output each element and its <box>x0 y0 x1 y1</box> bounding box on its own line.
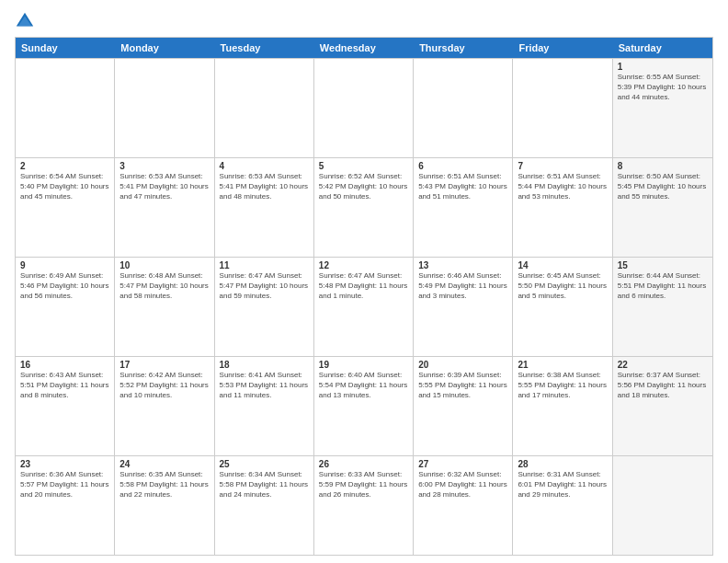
day-number: 16 <box>20 360 109 370</box>
weekday-header-monday: Monday <box>115 38 214 58</box>
cell-text: Sunrise: 6:32 AM Sunset: 6:00 PM Dayligh… <box>418 470 507 500</box>
day-number: 28 <box>518 459 607 469</box>
cal-cell-r1-c6: 8Sunrise: 6:50 AM Sunset: 5:45 PM Daylig… <box>613 158 712 257</box>
cal-cell-r1-c0: 2Sunrise: 6:54 AM Sunset: 5:40 PM Daylig… <box>16 158 115 257</box>
day-number: 20 <box>418 360 507 370</box>
calendar-row-2: 9Sunrise: 6:49 AM Sunset: 5:46 PM Daylig… <box>16 257 712 356</box>
day-number: 22 <box>618 360 708 370</box>
day-number: 9 <box>20 260 109 270</box>
day-number: 19 <box>319 360 408 370</box>
cell-text: Sunrise: 6:40 AM Sunset: 5:54 PM Dayligh… <box>319 371 408 400</box>
cal-cell-r3-c6: 22Sunrise: 6:37 AM Sunset: 5:56 PM Dayli… <box>613 357 712 455</box>
cal-cell-r2-c2: 11Sunrise: 6:47 AM Sunset: 5:47 PM Dayli… <box>215 258 314 356</box>
cal-cell-r1-c4: 6Sunrise: 6:51 AM Sunset: 5:43 PM Daylig… <box>414 158 513 257</box>
calendar-row-3: 16Sunrise: 6:43 AM Sunset: 5:51 PM Dayli… <box>16 356 712 455</box>
cal-cell-r0-c3 <box>314 59 414 157</box>
day-number: 17 <box>119 360 209 370</box>
cal-cell-r4-c5: 28Sunrise: 6:31 AM Sunset: 6:01 PM Dayli… <box>513 456 612 555</box>
cal-cell-r2-c5: 14Sunrise: 6:45 AM Sunset: 5:50 PM Dayli… <box>513 258 612 356</box>
cell-text: Sunrise: 6:53 AM Sunset: 5:41 PM Dayligh… <box>119 172 209 201</box>
day-number: 24 <box>119 459 209 469</box>
day-number: 1 <box>618 62 708 72</box>
day-number: 8 <box>618 161 708 171</box>
cell-text: Sunrise: 6:45 AM Sunset: 5:50 PM Dayligh… <box>518 271 607 301</box>
cell-text: Sunrise: 6:51 AM Sunset: 5:44 PM Dayligh… <box>518 172 607 201</box>
day-number: 21 <box>518 360 607 370</box>
cal-cell-r2-c6: 15Sunrise: 6:44 AM Sunset: 5:51 PM Dayli… <box>613 258 712 356</box>
cell-text: Sunrise: 6:34 AM Sunset: 5:58 PM Dayligh… <box>220 470 309 500</box>
cal-cell-r4-c1: 24Sunrise: 6:35 AM Sunset: 5:58 PM Dayli… <box>115 456 214 555</box>
cal-cell-r0-c2 <box>215 59 314 157</box>
cell-text: Sunrise: 6:53 AM Sunset: 5:41 PM Dayligh… <box>220 172 309 201</box>
calendar-header: SundayMondayTuesdayWednesdayThursdayFrid… <box>16 38 712 58</box>
day-number: 6 <box>418 161 507 171</box>
day-number: 3 <box>119 161 209 171</box>
calendar-row-1: 2Sunrise: 6:54 AM Sunset: 5:40 PM Daylig… <box>16 157 712 257</box>
weekday-header-tuesday: Tuesday <box>215 38 314 58</box>
cell-text: Sunrise: 6:36 AM Sunset: 5:57 PM Dayligh… <box>20 470 109 500</box>
cell-text: Sunrise: 6:41 AM Sunset: 5:53 PM Dayligh… <box>220 371 309 400</box>
top-section <box>15 11 713 31</box>
day-number: 5 <box>319 161 408 171</box>
cell-text: Sunrise: 6:43 AM Sunset: 5:51 PM Dayligh… <box>20 371 109 400</box>
cell-text: Sunrise: 6:54 AM Sunset: 5:40 PM Dayligh… <box>20 172 109 201</box>
cal-cell-r3-c1: 17Sunrise: 6:42 AM Sunset: 5:52 PM Dayli… <box>115 357 214 455</box>
day-number: 13 <box>418 260 507 270</box>
weekday-header-thursday: Thursday <box>414 38 513 58</box>
calendar-row-0: 1Sunrise: 6:55 AM Sunset: 5:39 PM Daylig… <box>16 58 712 157</box>
cal-cell-r4-c0: 23Sunrise: 6:36 AM Sunset: 5:57 PM Dayli… <box>16 456 115 555</box>
cal-cell-r2-c4: 13Sunrise: 6:46 AM Sunset: 5:49 PM Dayli… <box>414 258 513 356</box>
cal-cell-r3-c4: 20Sunrise: 6:39 AM Sunset: 5:55 PM Dayli… <box>414 357 513 455</box>
calendar-body: 1Sunrise: 6:55 AM Sunset: 5:39 PM Daylig… <box>16 58 712 555</box>
day-number: 14 <box>518 260 607 270</box>
day-number: 18 <box>220 360 309 370</box>
day-number: 4 <box>220 161 309 171</box>
page: SundayMondayTuesdayWednesdayThursdayFrid… <box>0 0 728 563</box>
cal-cell-r4-c3: 26Sunrise: 6:33 AM Sunset: 5:59 PM Dayli… <box>314 456 414 555</box>
cell-text: Sunrise: 6:55 AM Sunset: 5:39 PM Dayligh… <box>618 73 708 102</box>
weekday-header-wednesday: Wednesday <box>314 38 414 58</box>
day-number: 25 <box>220 459 309 469</box>
cell-text: Sunrise: 6:48 AM Sunset: 5:47 PM Dayligh… <box>119 271 209 301</box>
cell-text: Sunrise: 6:33 AM Sunset: 5:59 PM Dayligh… <box>319 470 408 500</box>
calendar-row-4: 23Sunrise: 6:36 AM Sunset: 5:57 PM Dayli… <box>16 455 712 555</box>
calendar: SundayMondayTuesdayWednesdayThursdayFrid… <box>15 37 713 556</box>
logo-icon <box>15 11 35 31</box>
day-number: 26 <box>319 459 408 469</box>
cell-text: Sunrise: 6:39 AM Sunset: 5:55 PM Dayligh… <box>418 371 507 400</box>
day-number: 2 <box>20 161 109 171</box>
cal-cell-r3-c3: 19Sunrise: 6:40 AM Sunset: 5:54 PM Dayli… <box>314 357 414 455</box>
cell-text: Sunrise: 6:37 AM Sunset: 5:56 PM Dayligh… <box>618 371 708 400</box>
cal-cell-r2-c1: 10Sunrise: 6:48 AM Sunset: 5:47 PM Dayli… <box>115 258 214 356</box>
cell-text: Sunrise: 6:42 AM Sunset: 5:52 PM Dayligh… <box>119 371 209 400</box>
cell-text: Sunrise: 6:35 AM Sunset: 5:58 PM Dayligh… <box>119 470 209 500</box>
cal-cell-r4-c4: 27Sunrise: 6:32 AM Sunset: 6:00 PM Dayli… <box>414 456 513 555</box>
day-number: 27 <box>418 459 507 469</box>
cal-cell-r2-c0: 9Sunrise: 6:49 AM Sunset: 5:46 PM Daylig… <box>16 258 115 356</box>
cell-text: Sunrise: 6:49 AM Sunset: 5:46 PM Dayligh… <box>20 271 109 301</box>
cell-text: Sunrise: 6:38 AM Sunset: 5:55 PM Dayligh… <box>518 371 607 400</box>
day-number: 7 <box>518 161 607 171</box>
cell-text: Sunrise: 6:51 AM Sunset: 5:43 PM Dayligh… <box>418 172 507 201</box>
cell-text: Sunrise: 6:47 AM Sunset: 5:48 PM Dayligh… <box>319 271 408 301</box>
cal-cell-r4-c6 <box>613 456 712 555</box>
cal-cell-r2-c3: 12Sunrise: 6:47 AM Sunset: 5:48 PM Dayli… <box>314 258 414 356</box>
weekday-header-friday: Friday <box>513 38 612 58</box>
cal-cell-r0-c6: 1Sunrise: 6:55 AM Sunset: 5:39 PM Daylig… <box>613 59 712 157</box>
cell-text: Sunrise: 6:31 AM Sunset: 6:01 PM Dayligh… <box>518 470 607 500</box>
weekday-header-saturday: Saturday <box>613 38 712 58</box>
cal-cell-r3-c5: 21Sunrise: 6:38 AM Sunset: 5:55 PM Dayli… <box>513 357 612 455</box>
cal-cell-r1-c3: 5Sunrise: 6:52 AM Sunset: 5:42 PM Daylig… <box>314 158 414 257</box>
day-number: 15 <box>618 260 708 270</box>
cell-text: Sunrise: 6:44 AM Sunset: 5:51 PM Dayligh… <box>618 271 708 301</box>
cal-cell-r1-c5: 7Sunrise: 6:51 AM Sunset: 5:44 PM Daylig… <box>513 158 612 257</box>
cell-text: Sunrise: 6:50 AM Sunset: 5:45 PM Dayligh… <box>618 172 708 201</box>
cell-text: Sunrise: 6:52 AM Sunset: 5:42 PM Dayligh… <box>319 172 408 201</box>
day-number: 11 <box>220 260 309 270</box>
cal-cell-r0-c4 <box>414 59 513 157</box>
cal-cell-r1-c2: 4Sunrise: 6:53 AM Sunset: 5:41 PM Daylig… <box>215 158 314 257</box>
day-number: 12 <box>319 260 408 270</box>
cell-text: Sunrise: 6:47 AM Sunset: 5:47 PM Dayligh… <box>220 271 309 301</box>
cell-text: Sunrise: 6:46 AM Sunset: 5:49 PM Dayligh… <box>418 271 507 301</box>
logo <box>15 11 39 31</box>
